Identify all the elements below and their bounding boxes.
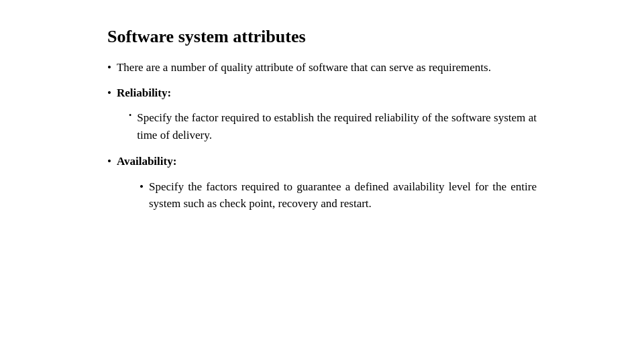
availability-section: • Availability: • Specify the factors re… [107,153,537,213]
slide-content: • There are a number of quality attribut… [107,59,537,213]
reliability-section: • Reliability: • Specify the factor requ… [107,84,537,144]
slide-container: Software system attributes • There are a… [0,0,644,362]
bullet-1: • There are a number of quality attribut… [107,59,537,76]
availability-sub-bullet: • Specify the factors required to guaran… [140,178,537,213]
reliability-sub-symbol: • [129,109,131,121]
slide-title: Software system attributes [107,27,537,47]
availability-sub-text: Specify the factors required to guarante… [149,178,537,213]
availability-sub-symbol: • [140,178,144,196]
bullet-text-1: There are a number of quality attribute … [117,59,491,76]
bullet-2: • Reliability: [107,84,537,102]
reliability-sub-text: Specify the factor required to establish… [137,109,537,143]
bullet-symbol-1: • [107,59,111,76]
bullet-text-2: Reliability: [117,84,171,102]
bullet-symbol-3: • [107,153,111,170]
reliability-sub-bullet: • Specify the factor required to establi… [129,109,537,143]
bullet-3: • Availability: [107,153,537,170]
bullet-text-3: Availability: [117,153,176,170]
bullet-symbol-2: • [107,84,111,102]
availability-label: Availability: [117,155,176,168]
reliability-label: Reliability: [117,86,171,99]
